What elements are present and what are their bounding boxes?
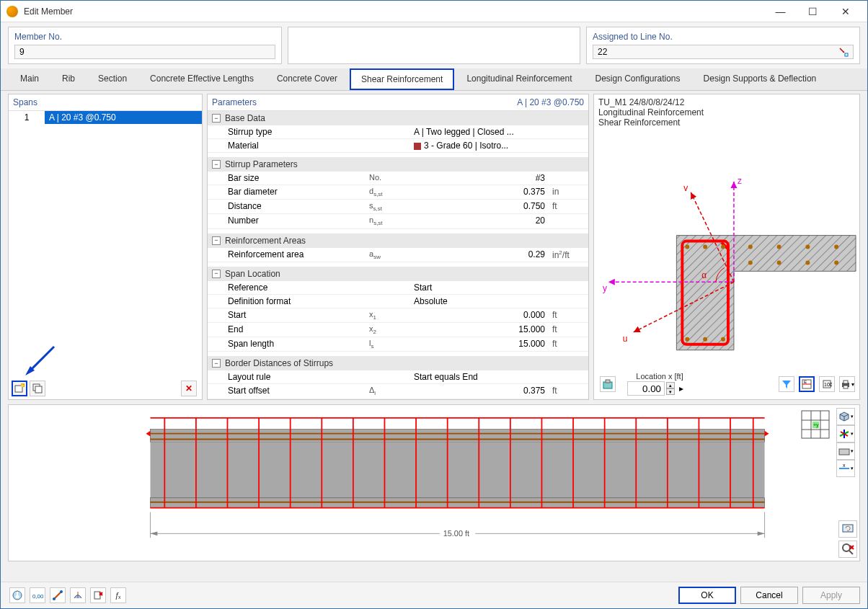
dimensions-button[interactable]: 100: [819, 376, 835, 392]
svg-point-10: [703, 245, 707, 249]
location-input[interactable]: [627, 381, 665, 396]
view-grid-icon[interactable]: +y: [800, 409, 831, 442]
span-row-1[interactable]: 1 A | 20 #3 @0.750: [9, 111, 202, 124]
row-start[interactable]: Startx10.000ft: [208, 308, 588, 323]
view-zoom-reset-button[interactable]: [838, 541, 857, 558]
svg-point-19: [834, 260, 838, 265]
svg-rect-2: [15, 386, 22, 392]
collapse-icon[interactable]: −: [212, 236, 221, 245]
apply-button[interactable]: Apply: [802, 587, 860, 604]
collapse-icon[interactable]: −: [212, 160, 221, 169]
section-line3: Shear Reinforcement: [598, 117, 855, 128]
row-bar-size[interactable]: Bar sizeNo.#3: [208, 172, 588, 185]
group-base-data[interactable]: −Base Data: [208, 111, 588, 125]
tab-main[interactable]: Main: [9, 68, 50, 90]
print-button[interactable]: ▾: [839, 376, 855, 392]
ok-button[interactable]: OK: [678, 587, 736, 604]
location-dropdown-icon[interactable]: ▸: [676, 381, 686, 396]
member-button[interactable]: [50, 587, 66, 603]
view-refresh-button[interactable]: [838, 520, 857, 538]
tab-design-configurations[interactable]: Design Configurations: [584, 68, 691, 90]
add-span-button[interactable]: [12, 381, 27, 396]
row-reference[interactable]: ReferenceStart: [208, 281, 588, 295]
maximize-button[interactable]: ☐: [797, 1, 829, 22]
member-no-input[interactable]: 9: [14, 45, 275, 59]
function-button[interactable]: ƒx: [110, 587, 126, 603]
row-layout-rule[interactable]: Layout ruleStart equals End: [208, 370, 588, 384]
view-display-button[interactable]: ▾: [836, 443, 855, 460]
group-stirrup-parameters[interactable]: −Stirrup Parameters: [208, 157, 588, 172]
svg-rect-0: [845, 53, 848, 56]
row-bar-diameter[interactable]: Bar diameterds,st0.375in: [208, 185, 588, 200]
spans-pane: Spans 1 A | 20 #3 @0.750 ✕: [8, 94, 203, 400]
tab-section[interactable]: Section: [87, 68, 138, 90]
member-view-pane: 15.00 ft +y ▾ ▾ ▾ x▾: [8, 404, 860, 561]
material-color-icon: [414, 143, 421, 150]
assigned-line-input[interactable]: 22: [593, 45, 854, 59]
section-settings-button[interactable]: [600, 376, 616, 392]
svg-point-83: [843, 544, 850, 551]
dimension-label: 15.00 ft: [443, 529, 469, 538]
svg-point-15: [834, 245, 838, 249]
row-stirrup-type[interactable]: Stirrup typeA | Two legged | Closed ...: [208, 125, 588, 139]
svg-rect-5: [35, 386, 42, 393]
assigned-line-label: Assigned to Line No.: [593, 32, 854, 42]
cross-section-view[interactable]: z y v u α: [594, 130, 859, 369]
minimize-button[interactable]: —: [764, 1, 797, 22]
middle-empty-box: [288, 27, 580, 64]
section-id: TU_M1 24/8/0/8/24/12: [598, 97, 855, 107]
pick-line-icon[interactable]: [838, 47, 849, 57]
global-button[interactable]: [70, 587, 86, 603]
span-number: 1: [9, 111, 45, 124]
close-button[interactable]: ✕: [829, 1, 862, 22]
location-label: Location x [ft]: [636, 372, 683, 381]
row-definition-format[interactable]: Definition formatAbsolute: [208, 295, 588, 308]
collapse-icon[interactable]: −: [212, 270, 221, 278]
help-button[interactable]: [9, 587, 25, 603]
assigned-line-box: Assigned to Line No. 22: [586, 27, 860, 64]
row-reinforcement-area[interactable]: Reinforcement areaasw0.29in2/ft: [208, 248, 588, 262]
tab-concrete-cover[interactable]: Concrete Cover: [266, 68, 348, 90]
axis-v-label: v: [683, 183, 688, 193]
window-title: Edit Member: [24, 6, 764, 17]
parameters-header-right: A | 20 #3 @0.750: [517, 97, 584, 107]
tab-longitudinal-reinforcement[interactable]: Longitudinal Reinforcement: [456, 68, 583, 90]
svg-rect-37: [150, 430, 764, 443]
tab-design-supports-deflection[interactable]: Design Supports & Deflection: [693, 68, 828, 90]
tab-concrete-effective-lengths[interactable]: Concrete Effective Lengths: [139, 68, 265, 90]
delete-button[interactable]: [90, 587, 106, 603]
cancel-button[interactable]: Cancel: [740, 587, 798, 604]
parameters-grid[interactable]: −Base Data Stirrup typeA | Two legged | …: [208, 111, 588, 399]
svg-rect-79: [839, 449, 849, 455]
view-position-button[interactable]: x▾: [836, 460, 855, 477]
tab-rib[interactable]: Rib: [51, 68, 86, 90]
svg-text:x: x: [118, 595, 121, 600]
tab-shear-reinforcement[interactable]: Shear Reinforcement: [350, 68, 454, 90]
view-isometric-button[interactable]: ▾: [836, 408, 855, 425]
row-span-length[interactable]: Span lengthls15.000ft: [208, 337, 588, 352]
member-elevation-view[interactable]: 15.00 ft +y: [9, 405, 835, 561]
row-distance[interactable]: Distancess,st0.750ft: [208, 200, 588, 214]
row-start-offset[interactable]: Start offsetΔi0.375ft: [208, 384, 588, 399]
row-number[interactable]: Numberns,st20: [208, 214, 588, 228]
units-button[interactable]: 0,00: [30, 587, 45, 603]
section-line2: Longitudinal Reinforcement: [598, 107, 855, 117]
collapse-icon[interactable]: −: [212, 359, 221, 368]
delete-span-button[interactable]: ✕: [181, 381, 197, 396]
row-material[interactable]: Material3 - Grade 60 | Isotro...: [208, 139, 588, 153]
svg-point-12: [748, 245, 753, 249]
collapse-icon[interactable]: −: [212, 114, 221, 123]
group-span-location[interactable]: −Span Location: [208, 267, 588, 281]
svg-point-92: [53, 597, 56, 600]
row-end[interactable]: Endx215.000ft: [208, 323, 588, 337]
copy-span-button[interactable]: [30, 381, 45, 396]
row-end-offset[interactable]: End offsetΔj0.375ft: [208, 399, 588, 400]
spans-toolbar: ✕: [12, 381, 199, 396]
values-toggle-button[interactable]: E: [799, 376, 815, 392]
location-spinner[interactable]: ▴▾: [666, 382, 675, 395]
filter-button[interactable]: [779, 376, 794, 392]
svg-text:E: E: [804, 380, 807, 384]
group-border-distances[interactable]: −Border Distances of Stirrups: [208, 356, 588, 370]
view-axes-button[interactable]: ▾: [836, 425, 855, 443]
group-reinforcement-areas[interactable]: −Reinforcement Areas: [208, 234, 588, 248]
